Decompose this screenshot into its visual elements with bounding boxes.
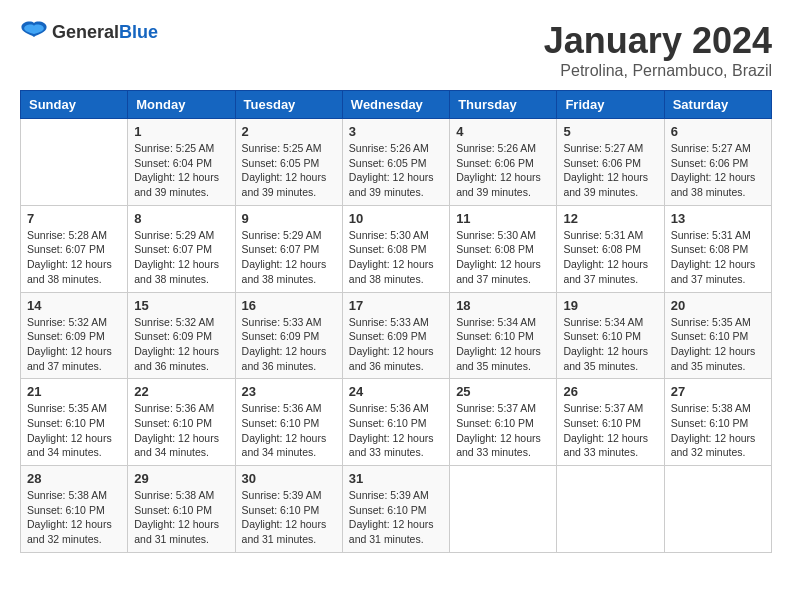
day-number: 18: [456, 298, 550, 313]
day-number: 11: [456, 211, 550, 226]
day-info: Sunrise: 5:30 AM Sunset: 6:08 PM Dayligh…: [349, 228, 443, 287]
day-info: Sunrise: 5:29 AM Sunset: 6:07 PM Dayligh…: [134, 228, 228, 287]
day-cell: 24Sunrise: 5:36 AM Sunset: 6:10 PM Dayli…: [342, 379, 449, 466]
day-cell: 14Sunrise: 5:32 AM Sunset: 6:09 PM Dayli…: [21, 292, 128, 379]
day-cell: 8Sunrise: 5:29 AM Sunset: 6:07 PM Daylig…: [128, 205, 235, 292]
day-number: 15: [134, 298, 228, 313]
day-cell: 11Sunrise: 5:30 AM Sunset: 6:08 PM Dayli…: [450, 205, 557, 292]
day-info: Sunrise: 5:31 AM Sunset: 6:08 PM Dayligh…: [563, 228, 657, 287]
logo-bird-icon: [20, 20, 48, 44]
day-info: Sunrise: 5:25 AM Sunset: 6:04 PM Dayligh…: [134, 141, 228, 200]
day-info: Sunrise: 5:32 AM Sunset: 6:09 PM Dayligh…: [134, 315, 228, 374]
day-number: 2: [242, 124, 336, 139]
day-cell: 4Sunrise: 5:26 AM Sunset: 6:06 PM Daylig…: [450, 119, 557, 206]
day-info: Sunrise: 5:32 AM Sunset: 6:09 PM Dayligh…: [27, 315, 121, 374]
day-cell: 31Sunrise: 5:39 AM Sunset: 6:10 PM Dayli…: [342, 466, 449, 553]
day-number: 25: [456, 384, 550, 399]
day-number: 4: [456, 124, 550, 139]
day-cell: 22Sunrise: 5:36 AM Sunset: 6:10 PM Dayli…: [128, 379, 235, 466]
day-cell: 3Sunrise: 5:26 AM Sunset: 6:05 PM Daylig…: [342, 119, 449, 206]
weekday-header-saturday: Saturday: [664, 91, 771, 119]
day-info: Sunrise: 5:35 AM Sunset: 6:10 PM Dayligh…: [27, 401, 121, 460]
day-info: Sunrise: 5:33 AM Sunset: 6:09 PM Dayligh…: [349, 315, 443, 374]
day-number: 21: [27, 384, 121, 399]
day-info: Sunrise: 5:36 AM Sunset: 6:10 PM Dayligh…: [349, 401, 443, 460]
day-cell: 30Sunrise: 5:39 AM Sunset: 6:10 PM Dayli…: [235, 466, 342, 553]
day-number: 13: [671, 211, 765, 226]
day-cell: 20Sunrise: 5:35 AM Sunset: 6:10 PM Dayli…: [664, 292, 771, 379]
day-cell: 16Sunrise: 5:33 AM Sunset: 6:09 PM Dayli…: [235, 292, 342, 379]
day-number: 28: [27, 471, 121, 486]
day-info: Sunrise: 5:36 AM Sunset: 6:10 PM Dayligh…: [134, 401, 228, 460]
weekday-header-wednesday: Wednesday: [342, 91, 449, 119]
day-number: 16: [242, 298, 336, 313]
day-number: 1: [134, 124, 228, 139]
day-info: Sunrise: 5:25 AM Sunset: 6:05 PM Dayligh…: [242, 141, 336, 200]
weekday-header-row: SundayMondayTuesdayWednesdayThursdayFrid…: [21, 91, 772, 119]
week-row-2: 7Sunrise: 5:28 AM Sunset: 6:07 PM Daylig…: [21, 205, 772, 292]
day-info: Sunrise: 5:35 AM Sunset: 6:10 PM Dayligh…: [671, 315, 765, 374]
day-cell: [21, 119, 128, 206]
week-row-5: 28Sunrise: 5:38 AM Sunset: 6:10 PM Dayli…: [21, 466, 772, 553]
weekday-header-friday: Friday: [557, 91, 664, 119]
day-info: Sunrise: 5:38 AM Sunset: 6:10 PM Dayligh…: [671, 401, 765, 460]
day-number: 14: [27, 298, 121, 313]
day-number: 7: [27, 211, 121, 226]
day-cell: 21Sunrise: 5:35 AM Sunset: 6:10 PM Dayli…: [21, 379, 128, 466]
day-cell: [664, 466, 771, 553]
day-cell: 13Sunrise: 5:31 AM Sunset: 6:08 PM Dayli…: [664, 205, 771, 292]
day-cell: 1Sunrise: 5:25 AM Sunset: 6:04 PM Daylig…: [128, 119, 235, 206]
week-row-1: 1Sunrise: 5:25 AM Sunset: 6:04 PM Daylig…: [21, 119, 772, 206]
day-cell: 27Sunrise: 5:38 AM Sunset: 6:10 PM Dayli…: [664, 379, 771, 466]
day-cell: 10Sunrise: 5:30 AM Sunset: 6:08 PM Dayli…: [342, 205, 449, 292]
weekday-header-thursday: Thursday: [450, 91, 557, 119]
day-cell: 25Sunrise: 5:37 AM Sunset: 6:10 PM Dayli…: [450, 379, 557, 466]
day-cell: 28Sunrise: 5:38 AM Sunset: 6:10 PM Dayli…: [21, 466, 128, 553]
week-row-3: 14Sunrise: 5:32 AM Sunset: 6:09 PM Dayli…: [21, 292, 772, 379]
day-cell: 19Sunrise: 5:34 AM Sunset: 6:10 PM Dayli…: [557, 292, 664, 379]
day-cell: 12Sunrise: 5:31 AM Sunset: 6:08 PM Dayli…: [557, 205, 664, 292]
day-info: Sunrise: 5:30 AM Sunset: 6:08 PM Dayligh…: [456, 228, 550, 287]
day-info: Sunrise: 5:28 AM Sunset: 6:07 PM Dayligh…: [27, 228, 121, 287]
day-cell: 5Sunrise: 5:27 AM Sunset: 6:06 PM Daylig…: [557, 119, 664, 206]
day-info: Sunrise: 5:37 AM Sunset: 6:10 PM Dayligh…: [456, 401, 550, 460]
day-number: 5: [563, 124, 657, 139]
day-cell: 18Sunrise: 5:34 AM Sunset: 6:10 PM Dayli…: [450, 292, 557, 379]
day-number: 8: [134, 211, 228, 226]
day-number: 27: [671, 384, 765, 399]
logo: GeneralBlue: [20, 20, 158, 44]
day-number: 23: [242, 384, 336, 399]
day-number: 3: [349, 124, 443, 139]
day-number: 22: [134, 384, 228, 399]
day-info: Sunrise: 5:38 AM Sunset: 6:10 PM Dayligh…: [134, 488, 228, 547]
location: Petrolina, Pernambuco, Brazil: [544, 62, 772, 80]
day-number: 24: [349, 384, 443, 399]
day-cell: 29Sunrise: 5:38 AM Sunset: 6:10 PM Dayli…: [128, 466, 235, 553]
page-header: GeneralBlue January 2024 Petrolina, Pern…: [20, 20, 772, 80]
weekday-header-tuesday: Tuesday: [235, 91, 342, 119]
weekday-header-sunday: Sunday: [21, 91, 128, 119]
day-info: Sunrise: 5:34 AM Sunset: 6:10 PM Dayligh…: [456, 315, 550, 374]
week-row-4: 21Sunrise: 5:35 AM Sunset: 6:10 PM Dayli…: [21, 379, 772, 466]
day-info: Sunrise: 5:39 AM Sunset: 6:10 PM Dayligh…: [349, 488, 443, 547]
day-info: Sunrise: 5:27 AM Sunset: 6:06 PM Dayligh…: [563, 141, 657, 200]
day-number: 29: [134, 471, 228, 486]
day-number: 17: [349, 298, 443, 313]
day-number: 31: [349, 471, 443, 486]
day-number: 26: [563, 384, 657, 399]
day-info: Sunrise: 5:39 AM Sunset: 6:10 PM Dayligh…: [242, 488, 336, 547]
day-info: Sunrise: 5:27 AM Sunset: 6:06 PM Dayligh…: [671, 141, 765, 200]
day-info: Sunrise: 5:36 AM Sunset: 6:10 PM Dayligh…: [242, 401, 336, 460]
title-block: January 2024 Petrolina, Pernambuco, Braz…: [544, 20, 772, 80]
day-info: Sunrise: 5:34 AM Sunset: 6:10 PM Dayligh…: [563, 315, 657, 374]
weekday-header-monday: Monday: [128, 91, 235, 119]
day-cell: 9Sunrise: 5:29 AM Sunset: 6:07 PM Daylig…: [235, 205, 342, 292]
day-number: 6: [671, 124, 765, 139]
day-cell: [557, 466, 664, 553]
month-title: January 2024: [544, 20, 772, 62]
logo-text: GeneralBlue: [52, 22, 158, 43]
day-info: Sunrise: 5:26 AM Sunset: 6:06 PM Dayligh…: [456, 141, 550, 200]
day-cell: [450, 466, 557, 553]
day-info: Sunrise: 5:38 AM Sunset: 6:10 PM Dayligh…: [27, 488, 121, 547]
day-number: 20: [671, 298, 765, 313]
